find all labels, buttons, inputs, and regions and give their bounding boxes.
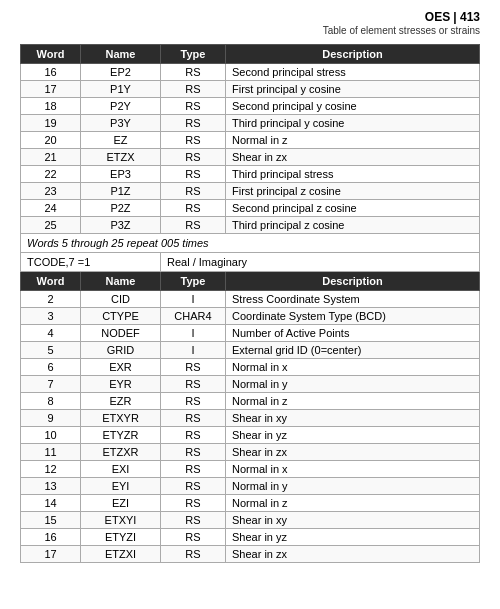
cell-type: RS — [161, 200, 226, 217]
table-row: 17 ETZXI RS Shear in zx — [21, 546, 480, 563]
cell-desc: First principal y cosine — [226, 81, 480, 98]
cell-type: RS — [161, 115, 226, 132]
cell-word: 17 — [21, 546, 81, 563]
cell-word: 4 — [21, 325, 81, 342]
table-row: 14 EZI RS Normal in z — [21, 495, 480, 512]
table-row: 2 CID I Stress Coordinate System — [21, 291, 480, 308]
cell-type: RS — [161, 132, 226, 149]
cell-desc: Shear in zx — [226, 546, 480, 563]
cell-word: 16 — [21, 529, 81, 546]
cell-type: RS — [161, 478, 226, 495]
page-number-value: 413 — [460, 10, 480, 24]
cell-name: P1Z — [81, 183, 161, 200]
col2-header-name: Name — [81, 272, 161, 291]
cell-word: 21 — [21, 149, 81, 166]
cell-type: RS — [161, 393, 226, 410]
table-subheader: Word Name Type Description — [21, 272, 480, 291]
cell-desc: Shear in zx — [226, 444, 480, 461]
cell-desc: Third principal z cosine — [226, 217, 480, 234]
main-table: Word Name Type Description 16 EP2 RS Sec… — [20, 44, 480, 563]
table-row: 3 CTYPE CHAR4 Coordinate System Type (BC… — [21, 308, 480, 325]
cell-word: 5 — [21, 342, 81, 359]
cell-type: RS — [161, 359, 226, 376]
cell-desc: Second principal stress — [226, 64, 480, 81]
cell-type: RS — [161, 461, 226, 478]
cell-type: CHAR4 — [161, 308, 226, 325]
cell-word: 10 — [21, 427, 81, 444]
cell-name: CTYPE — [81, 308, 161, 325]
cell-word: 17 — [21, 81, 81, 98]
table-row: 24 P2Z RS Second principal z cosine — [21, 200, 480, 217]
cell-name: EYI — [81, 478, 161, 495]
cell-desc: First principal z cosine — [226, 183, 480, 200]
cell-name: P3Y — [81, 115, 161, 132]
cell-type: RS — [161, 529, 226, 546]
table-row: 16 ETYZI RS Shear in yz — [21, 529, 480, 546]
cell-desc: Normal in z — [226, 393, 480, 410]
cell-name: EP2 — [81, 64, 161, 81]
col2-header-type: Type — [161, 272, 226, 291]
cell-word: 23 — [21, 183, 81, 200]
cell-name: EXI — [81, 461, 161, 478]
col-header-word: Word — [21, 45, 81, 64]
cell-word: 8 — [21, 393, 81, 410]
cell-desc: Normal in z — [226, 132, 480, 149]
cell-type: RS — [161, 495, 226, 512]
tcode-value: Real / Imaginary — [161, 253, 480, 272]
cell-word: 7 — [21, 376, 81, 393]
cell-name: EZR — [81, 393, 161, 410]
cell-word: 13 — [21, 478, 81, 495]
cell-word: 11 — [21, 444, 81, 461]
cell-name: ETYZI — [81, 529, 161, 546]
cell-desc: Stress Coordinate System — [226, 291, 480, 308]
cell-name: GRID — [81, 342, 161, 359]
cell-desc: Shear in yz — [226, 529, 480, 546]
cell-name: ETZX — [81, 149, 161, 166]
cell-name: EXR — [81, 359, 161, 376]
cell-name: EP3 — [81, 166, 161, 183]
cell-name: P2Z — [81, 200, 161, 217]
cell-type: RS — [161, 217, 226, 234]
cell-desc: Normal in x — [226, 461, 480, 478]
cell-desc: Second principal z cosine — [226, 200, 480, 217]
cell-desc: Third principal stress — [226, 166, 480, 183]
table-row: 21 ETZX RS Shear in zx — [21, 149, 480, 166]
cell-word: 22 — [21, 166, 81, 183]
cell-type: RS — [161, 64, 226, 81]
tcode-label: TCODE,7 =1 — [21, 253, 161, 272]
cell-name: P3Z — [81, 217, 161, 234]
cell-type: RS — [161, 512, 226, 529]
cell-word: 24 — [21, 200, 81, 217]
table-row: 10 ETYZR RS Shear in yz — [21, 427, 480, 444]
cell-word: 9 — [21, 410, 81, 427]
cell-word: 2 — [21, 291, 81, 308]
cell-type: RS — [161, 166, 226, 183]
table-row: 20 EZ RS Normal in z — [21, 132, 480, 149]
page-header: OES | 413 Table of element stresses or s… — [20, 10, 480, 36]
cell-desc: Normal in y — [226, 478, 480, 495]
table-row: 11 ETZXR RS Shear in zx — [21, 444, 480, 461]
table-row: 19 P3Y RS Third principal y cosine — [21, 115, 480, 132]
table-row: 16 EP2 RS Second principal stress — [21, 64, 480, 81]
cell-word: 14 — [21, 495, 81, 512]
table-row: 5 GRID I External grid ID (0=center) — [21, 342, 480, 359]
table-row: 22 EP3 RS Third principal stress — [21, 166, 480, 183]
table-row: 13 EYI RS Normal in y — [21, 478, 480, 495]
col2-header-word: Word — [21, 272, 81, 291]
cell-desc: Shear in xy — [226, 410, 480, 427]
cell-word: 25 — [21, 217, 81, 234]
cell-desc: Shear in yz — [226, 427, 480, 444]
table-row: 15 ETXYI RS Shear in xy — [21, 512, 480, 529]
table-row: 17 P1Y RS First principal y cosine — [21, 81, 480, 98]
cell-type: I — [161, 291, 226, 308]
cell-name: P2Y — [81, 98, 161, 115]
page-number: | — [453, 10, 460, 24]
cell-desc: Coordinate System Type (BCD) — [226, 308, 480, 325]
cell-word: 12 — [21, 461, 81, 478]
cell-word: 20 — [21, 132, 81, 149]
cell-type: RS — [161, 376, 226, 393]
tcode-row: TCODE,7 =1 Real / Imaginary — [21, 253, 480, 272]
table-row: 6 EXR RS Normal in x — [21, 359, 480, 376]
table-row: 12 EXI RS Normal in x — [21, 461, 480, 478]
col2-header-desc: Description — [226, 272, 480, 291]
